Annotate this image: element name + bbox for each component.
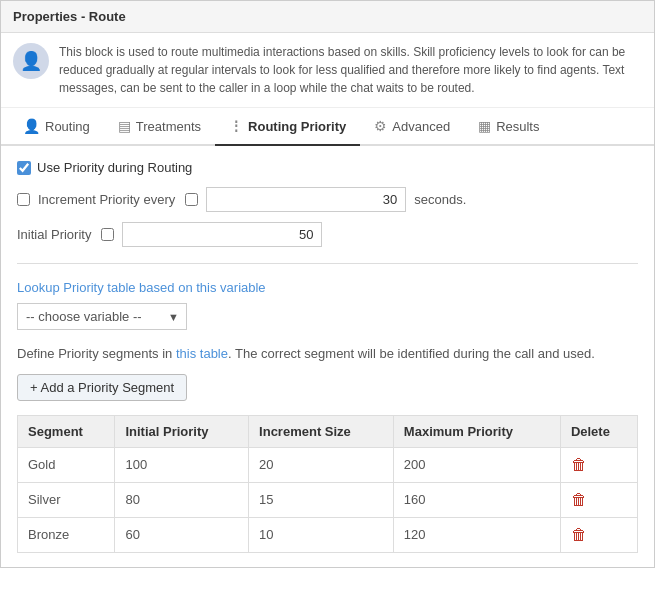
initial-priority-label: Initial Priority (17, 227, 91, 242)
tab-routing[interactable]: 👤 Routing (9, 108, 104, 146)
panel-title: Properties - Route (1, 1, 654, 33)
info-section: 👤 This block is used to route multimedia… (1, 33, 654, 108)
tab-content: Use Priority during Routing Increment Pr… (1, 146, 654, 567)
tab-results-label: Results (496, 119, 539, 134)
col-maximum-priority: Maximum Priority (393, 415, 560, 447)
tab-routing-priority-label: Routing Priority (248, 119, 346, 134)
trash-icon: 🗑 (571, 456, 587, 473)
table-row: Bronze 60 10 120 🗑 (18, 517, 638, 552)
delete-row-button[interactable]: 🗑 (571, 526, 587, 544)
cell-initial-priority: 100 (115, 447, 249, 482)
treatments-icon: ▤ (118, 118, 131, 134)
increment-priority-label: Increment Priority every (38, 192, 175, 207)
define-highlight: this table (176, 346, 228, 361)
info-text: This block is used to route multimedia i… (59, 43, 642, 97)
increment-priority-row: Increment Priority every 30 seconds. (17, 187, 638, 212)
cell-maximum-priority: 200 (393, 447, 560, 482)
advanced-icon: ⚙ (374, 118, 387, 134)
cell-segment: Silver (18, 482, 115, 517)
delete-row-button[interactable]: 🗑 (571, 491, 587, 509)
tab-results[interactable]: ▦ Results (464, 108, 553, 146)
lookup-label: Lookup Priority table based on this vari… (17, 280, 638, 295)
tab-routing-label: Routing (45, 119, 90, 134)
properties-panel: Properties - Route 👤 This block is used … (0, 0, 655, 568)
use-priority-row: Use Priority during Routing (17, 160, 638, 175)
cell-maximum-priority: 120 (393, 517, 560, 552)
routing-priority-icon: ⋮ (229, 118, 243, 134)
cell-increment-size: 10 (249, 517, 394, 552)
initial-priority-input[interactable]: 50 (122, 222, 322, 247)
col-increment-size: Increment Size (249, 415, 394, 447)
tab-advanced-label: Advanced (392, 119, 450, 134)
trash-icon: 🗑 (571, 526, 587, 543)
cell-maximum-priority: 160 (393, 482, 560, 517)
cell-segment: Bronze (18, 517, 115, 552)
cell-initial-priority: 80 (115, 482, 249, 517)
add-priority-segment-button[interactable]: + Add a Priority Segment (17, 374, 187, 401)
cell-increment-size: 20 (249, 447, 394, 482)
use-priority-label: Use Priority during Routing (37, 160, 192, 175)
trash-icon: 🗑 (571, 491, 587, 508)
define-text: Define Priority segments in this table. … (17, 344, 638, 364)
results-icon: ▦ (478, 118, 491, 134)
col-initial-priority: Initial Priority (115, 415, 249, 447)
tabs-bar: 👤 Routing ▤ Treatments ⋮ Routing Priorit… (1, 108, 654, 146)
delete-row-button[interactable]: 🗑 (571, 456, 587, 474)
routing-icon: 👤 (23, 118, 40, 134)
table-row: Silver 80 15 160 🗑 (18, 482, 638, 517)
cell-delete: 🗑 (560, 517, 637, 552)
person-icon: 👤 (13, 43, 49, 79)
increment-priority-sub-checkbox[interactable] (185, 193, 198, 206)
col-delete: Delete (560, 415, 637, 447)
cell-segment: Gold (18, 447, 115, 482)
tab-treatments[interactable]: ▤ Treatments (104, 108, 215, 146)
initial-priority-checkbox[interactable] (101, 228, 114, 241)
divider (17, 263, 638, 264)
table-row: Gold 100 20 200 🗑 (18, 447, 638, 482)
initial-priority-row: Initial Priority 50 (17, 222, 638, 247)
priority-segments-table: Segment Initial Priority Increment Size … (17, 415, 638, 553)
tab-advanced[interactable]: ⚙ Advanced (360, 108, 464, 146)
cell-delete: 🗑 (560, 482, 637, 517)
cell-increment-size: 15 (249, 482, 394, 517)
cell-initial-priority: 60 (115, 517, 249, 552)
tab-treatments-label: Treatments (136, 119, 201, 134)
cell-delete: 🗑 (560, 447, 637, 482)
tab-routing-priority[interactable]: ⋮ Routing Priority (215, 108, 360, 146)
increment-value-input[interactable]: 30 (206, 187, 406, 212)
col-segment: Segment (18, 415, 115, 447)
variable-select-wrapper: -- choose variable -- ▼ (17, 303, 187, 330)
table-header-row: Segment Initial Priority Increment Size … (18, 415, 638, 447)
increment-priority-checkbox[interactable] (17, 193, 30, 206)
variable-select[interactable]: -- choose variable -- (17, 303, 187, 330)
use-priority-checkbox[interactable] (17, 161, 31, 175)
increment-unit: seconds. (414, 192, 466, 207)
